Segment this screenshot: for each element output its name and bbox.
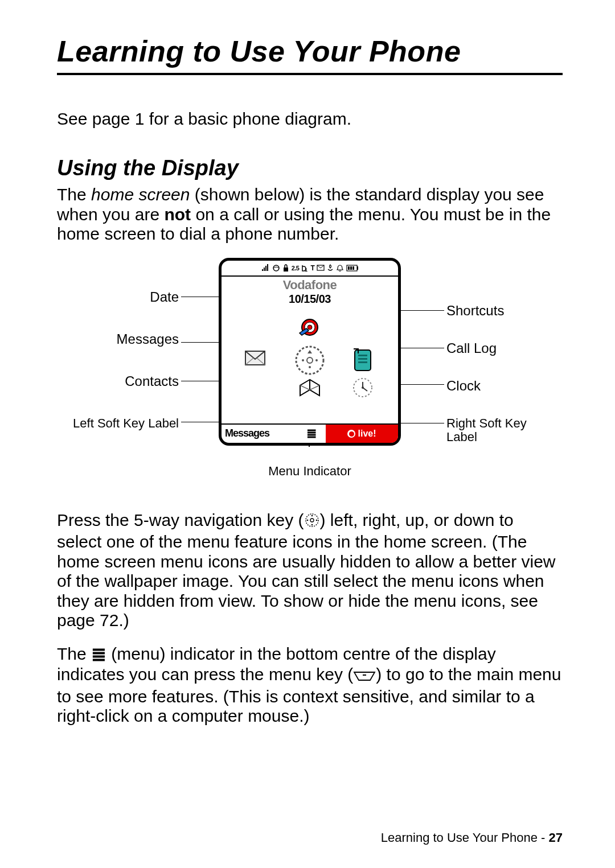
line-icon: 1 xyxy=(301,264,308,272)
section-title: Using the Display xyxy=(57,156,563,180)
text-fragment: Press the 5-way navigation key ( xyxy=(57,511,304,529)
svg-rect-7 xyxy=(350,266,352,270)
svg-rect-29 xyxy=(363,674,366,676)
nav-key-icon xyxy=(294,344,326,379)
paragraph-3: The ≣ (menu) indicator in the bottom cen… xyxy=(57,644,563,726)
status-bar: 2.5 1 T xyxy=(222,261,398,277)
shortcuts-icon xyxy=(297,315,322,342)
label-right-softkey: Right Soft Key Label xyxy=(446,417,560,444)
svg-rect-8 xyxy=(352,266,354,270)
label-date: Date xyxy=(59,290,179,305)
paragraph-1: The home screen (shown below) is the sta… xyxy=(57,185,563,244)
label-contacts: Contacts xyxy=(59,374,179,389)
page-footer: Learning to Use Your Phone - 27 xyxy=(381,830,563,845)
svg-point-15 xyxy=(315,359,318,361)
diagram-labels-left: Date Messages Contacts Left Soft Key Lab… xyxy=(59,290,179,458)
svg-rect-19 xyxy=(358,358,367,360)
connector-line xyxy=(399,423,444,424)
home-icons-area xyxy=(222,306,398,402)
footer-page-number: 27 xyxy=(549,830,563,845)
svg-point-16 xyxy=(309,366,311,368)
svg-rect-17 xyxy=(355,350,371,371)
call-log-icon xyxy=(351,347,375,376)
java-icon xyxy=(327,264,334,272)
svg-point-22 xyxy=(362,386,364,389)
label-call-log: Call Log xyxy=(446,341,560,356)
text-fragment: The xyxy=(57,185,91,204)
connector-line xyxy=(181,422,224,423)
signal-icon xyxy=(261,264,270,272)
battery-icon xyxy=(346,265,359,271)
right-softkey-label: live! xyxy=(326,425,398,443)
roaming-icon xyxy=(272,264,280,272)
screen-date: 10/15/03 xyxy=(222,293,398,306)
svg-rect-1 xyxy=(284,268,288,271)
emphasis-home-screen: home screen xyxy=(91,185,190,204)
left-softkey-label: Messages xyxy=(222,425,297,443)
carrier-name: Vodafone xyxy=(222,278,398,293)
phone-screen: 2.5 1 T Vodafone 10/15/03 xyxy=(219,258,401,446)
menu-glyph-inline: ≣ xyxy=(91,644,106,665)
svg-point-25 xyxy=(311,515,313,516)
svg-point-14 xyxy=(302,359,304,361)
label-messages: Messages xyxy=(59,332,179,347)
bold-not: not xyxy=(164,205,191,224)
clock-icon xyxy=(350,375,375,402)
svg-rect-5 xyxy=(357,266,358,270)
svg-point-11 xyxy=(308,325,312,330)
title-rule xyxy=(57,73,563,75)
label-shortcuts: Shortcuts xyxy=(446,303,560,318)
contacts-icon xyxy=(296,377,324,402)
svg-point-28 xyxy=(315,519,317,521)
right-softkey-text: live! xyxy=(358,429,376,439)
svg-rect-20 xyxy=(358,361,367,363)
svg-rect-6 xyxy=(348,266,350,270)
svg-point-24 xyxy=(310,519,314,522)
softkey-row: Messages ≣ live! xyxy=(222,423,398,443)
svg-rect-18 xyxy=(358,355,367,356)
chapter-title: Learning to Use Your Phone xyxy=(57,34,563,68)
svg-point-27 xyxy=(306,519,308,521)
label-clock: Clock xyxy=(446,379,560,393)
svg-point-13 xyxy=(307,357,313,363)
text-fragment: The xyxy=(57,644,91,663)
home-screen-diagram: Date Messages Contacts Left Soft Key Lab… xyxy=(59,258,560,479)
menu-key-inline-icon xyxy=(353,667,376,687)
nav-key-inline-icon xyxy=(304,512,320,533)
menu-indicator-icon: ≣ xyxy=(297,425,326,443)
diagram-labels-right: Shortcuts Call Log Clock Right Soft Key … xyxy=(446,303,560,467)
footer-text: Learning to Use Your Phone - xyxy=(381,830,549,845)
messages-icon xyxy=(242,347,269,372)
svg-text:1: 1 xyxy=(305,267,308,272)
svg-point-26 xyxy=(311,524,313,525)
label-right-softkey-text: Right Soft Key Label xyxy=(446,416,527,444)
message-status-icon xyxy=(317,265,325,271)
vodafone-live-icon xyxy=(347,430,355,438)
connector-line xyxy=(399,348,444,349)
lock-icon xyxy=(282,264,289,272)
paragraph-2: Press the 5-way navigation key () left, … xyxy=(57,511,563,631)
ring-icon xyxy=(336,264,344,272)
label-left-softkey: Left Soft Key Label xyxy=(59,417,179,430)
intro-text: See page 1 for a basic phone diagram. xyxy=(57,109,563,129)
